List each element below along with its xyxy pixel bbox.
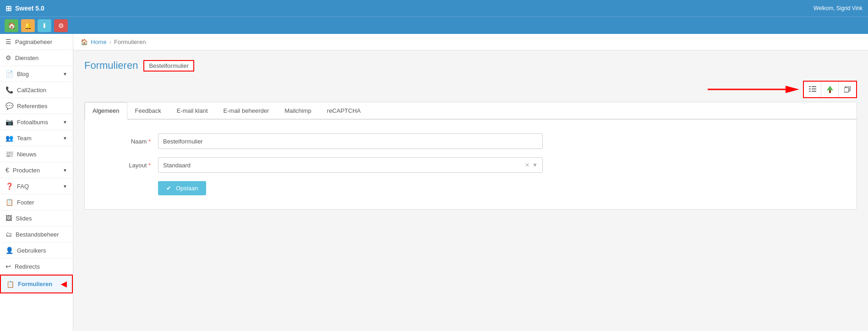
form-name-badge: Bestelformulier	[143, 60, 194, 72]
active-arrow-icon: ◀	[61, 280, 66, 288]
sidebar-item-footer[interactable]: 📋 Footer	[0, 194, 73, 210]
naam-label: Naam *	[103, 138, 158, 145]
tab-feedback[interactable]: Feedback	[127, 102, 169, 120]
content-area: 🏠 Home › Formulieren Formulieren Bestelf…	[73, 34, 868, 331]
formulieren-icon: 📋	[6, 281, 14, 288]
svg-rect-4	[809, 88, 811, 89]
redirects-icon: ↩	[5, 263, 11, 270]
btn-row: ✔ Opslaan	[158, 181, 838, 195]
diensten-icon: ⚙	[5, 54, 11, 61]
main-layout: ☰ Paginabeheer ⚙ Diensten 📄 Blog ▼ 📞 Cal…	[0, 34, 868, 331]
sidebar-item-formulieren[interactable]: 📋 Formulieren ◀	[0, 275, 73, 293]
grid-icon: ⊞	[5, 4, 11, 13]
nieuws-icon: 📰	[5, 150, 13, 158]
app-title: ⊞ Sweet 5.0	[5, 4, 44, 13]
list-view-button[interactable]	[804, 82, 821, 97]
footer-icon: 📋	[5, 199, 13, 206]
save-button[interactable]: ✔ Opslaan	[158, 181, 206, 195]
layout-select[interactable]: Standaard ✕ ▼	[158, 157, 543, 173]
welcome-text: Welkom, Sigrid Vink	[813, 5, 863, 11]
sidebar-item-fotoalbums[interactable]: 📷 Fotoalbums ▼	[0, 114, 73, 130]
naam-row: Naam *	[103, 133, 838, 149]
tree-view-button[interactable]	[821, 82, 839, 97]
svg-marker-1	[786, 86, 799, 93]
tabs: Algemeen Feedback E-mail klant E-mail be…	[85, 102, 857, 120]
tab-algemeen[interactable]: Algemeen	[85, 102, 127, 120]
copy-button[interactable]	[839, 82, 856, 97]
chevron-down-icon: ▼	[63, 120, 67, 125]
iconbar-btn-home[interactable]: 🏠	[5, 19, 18, 32]
iconbar-btn-bell[interactable]: 🔔	[21, 19, 35, 32]
sidebar-item-gebruikers[interactable]: 👤 Gebruikers	[0, 243, 73, 259]
tab-mailchimp[interactable]: Mailchimp	[277, 102, 319, 120]
iconbar: 🏠 🔔 ⬇ ⚙	[0, 17, 868, 34]
svg-rect-7	[812, 91, 816, 92]
sidebar: ☰ Paginabeheer ⚙ Diensten 📄 Blog ▼ 📞 Cal…	[0, 34, 73, 331]
iconbar-btn-share[interactable]: ⚙	[54, 19, 68, 32]
action-icons-row	[84, 81, 857, 98]
form-panel: Algemeen Feedback E-mail klant E-mail be…	[84, 102, 857, 210]
chevron-down-icon: ▼	[63, 168, 67, 173]
team-icon: 👥	[5, 134, 13, 142]
chevron-down-icon: ▼	[532, 162, 538, 168]
svg-rect-6	[809, 91, 811, 92]
svg-rect-2	[809, 86, 811, 87]
naam-required: *	[148, 138, 151, 145]
iconbar-btn-download[interactable]: ⬇	[38, 19, 51, 32]
sidebar-item-paginabeheer[interactable]: ☰ Paginabeheer	[0, 34, 73, 50]
faq-icon: ❓	[5, 182, 13, 190]
chevron-down-icon: ▼	[63, 72, 67, 77]
svg-rect-11	[844, 88, 849, 92]
breadcrumb-home[interactable]: Home	[91, 39, 107, 45]
bestandsbeheer-icon: 🗂	[5, 231, 12, 238]
svg-rect-9	[829, 90, 831, 93]
svg-rect-3	[812, 86, 816, 87]
sidebar-item-call2action[interactable]: 📞 Call2action	[0, 82, 73, 98]
checkmark-icon: ✔	[166, 185, 171, 192]
sidebar-item-nieuws[interactable]: 📰 Nieuws	[0, 146, 73, 162]
sidebar-item-slides[interactable]: 🖼 Slides	[0, 210, 73, 226]
chevron-down-icon: ▼	[63, 184, 67, 189]
producten-icon: €	[5, 166, 9, 174]
svg-marker-8	[827, 86, 833, 90]
sidebar-item-blog[interactable]: 📄 Blog ▼	[0, 66, 73, 82]
breadcrumb: 🏠 Home › Formulieren	[73, 34, 868, 50]
layout-value: Standaard	[163, 162, 191, 169]
naam-input[interactable]	[158, 133, 543, 149]
sidebar-item-faq[interactable]: ❓ FAQ ▼	[0, 178, 73, 194]
breadcrumb-current: Formulieren	[114, 39, 146, 45]
topbar: ⊞ Sweet 5.0 Welkom, Sigrid Vink	[0, 0, 868, 17]
clear-icon[interactable]: ✕	[525, 162, 530, 168]
action-icons-container	[803, 81, 857, 98]
layout-label: Layout *	[103, 162, 158, 169]
svg-rect-5	[812, 88, 816, 89]
sidebar-item-team[interactable]: 👥 Team ▼	[0, 130, 73, 146]
page-content: Formulieren Bestelformulier	[73, 50, 868, 219]
tab-email-klant[interactable]: E-mail klant	[169, 102, 216, 120]
paginabeheer-icon: ☰	[5, 38, 11, 45]
sidebar-item-redirects[interactable]: ↩ Redirects	[0, 259, 73, 275]
sidebar-item-bestandsbeheer[interactable]: 🗂 Bestandsbeheer	[0, 226, 73, 243]
breadcrumb-separator: ›	[109, 39, 111, 45]
blog-icon: 📄	[5, 70, 13, 77]
call2action-icon: 📞	[5, 86, 13, 94]
sidebar-item-producten[interactable]: € Producten ▼	[0, 162, 73, 178]
referenties-icon: 💬	[5, 102, 13, 110]
slides-icon: 🖼	[5, 215, 12, 222]
select-controls: ✕ ▼	[525, 162, 538, 168]
fotoalbums-icon: 📷	[5, 118, 13, 126]
tab-email-beheerder[interactable]: E-mail beheerder	[216, 102, 277, 120]
layout-required: *	[148, 162, 151, 169]
sidebar-item-diensten[interactable]: ⚙ Diensten	[0, 50, 73, 66]
red-arrow-annotation	[708, 83, 799, 96]
tab-recaptcha[interactable]: reCAPTCHA	[319, 102, 369, 120]
page-title-row: Formulieren Bestelformulier	[84, 60, 857, 72]
chevron-down-icon: ▼	[63, 136, 67, 141]
layout-row: Layout * Standaard ✕ ▼	[103, 157, 838, 173]
home-icon: 🏠	[81, 39, 88, 45]
page-title: Formulieren	[84, 60, 138, 72]
sidebar-item-referenties[interactable]: 💬 Referenties	[0, 98, 73, 114]
form-body: Naam * Layout * Standaard	[85, 120, 857, 209]
gebruikers-icon: 👤	[5, 247, 13, 254]
